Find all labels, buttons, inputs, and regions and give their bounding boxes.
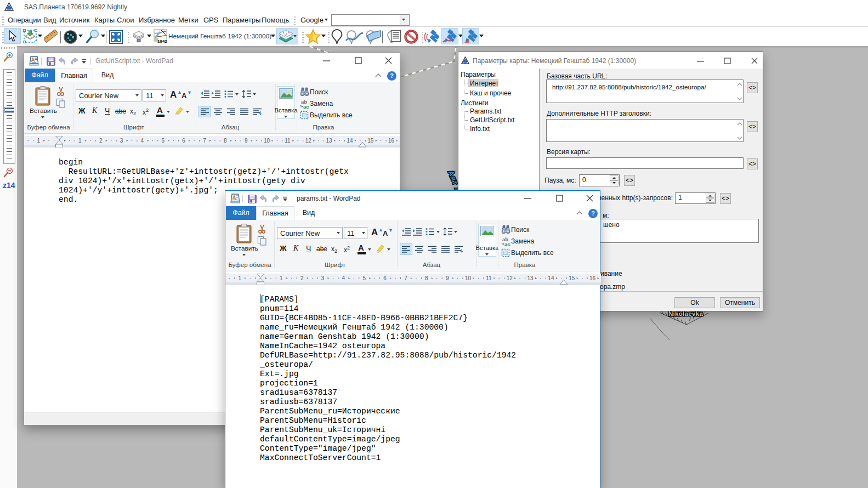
svg-text:4: 4 bbox=[342, 275, 345, 281]
svg-text:16: 16 bbox=[589, 275, 596, 281]
svg-text:3: 3 bbox=[120, 138, 123, 144]
svg-text:2: 2 bbox=[300, 275, 304, 281]
svg-text:14: 14 bbox=[347, 138, 353, 144]
svg-text:12: 12 bbox=[507, 275, 513, 281]
svg-text:ac: ac bbox=[303, 104, 309, 109]
svg-text:6: 6 bbox=[383, 275, 387, 281]
svg-text:8: 8 bbox=[425, 275, 428, 281]
svg-text:13: 13 bbox=[326, 138, 333, 144]
svg-text:6: 6 bbox=[182, 138, 185, 144]
svg-text:4: 4 bbox=[141, 138, 144, 144]
svg-text:15: 15 bbox=[569, 275, 575, 281]
svg-text:9: 9 bbox=[245, 138, 248, 144]
svg-text:5: 5 bbox=[162, 138, 165, 144]
svg-text:1: 1 bbox=[37, 138, 40, 144]
svg-text:12: 12 bbox=[305, 138, 312, 144]
svg-text:11: 11 bbox=[285, 138, 291, 144]
svg-text:1: 1 bbox=[280, 275, 283, 281]
svg-text:14: 14 bbox=[548, 275, 554, 281]
svg-text:3: 3 bbox=[321, 275, 325, 281]
svg-text:16: 16 bbox=[388, 138, 395, 144]
svg-text:7: 7 bbox=[404, 275, 407, 281]
svg-text:13: 13 bbox=[527, 275, 534, 281]
svg-text:11: 11 bbox=[486, 275, 492, 281]
svg-text:1942: 1942 bbox=[157, 39, 167, 43]
svg-text:9: 9 bbox=[446, 275, 449, 281]
svg-text:7: 7 bbox=[203, 138, 206, 144]
svg-text:1: 1 bbox=[78, 138, 82, 144]
svg-text:5: 5 bbox=[363, 275, 366, 281]
svg-text:15: 15 bbox=[367, 138, 374, 144]
svg-text:1: 1 bbox=[238, 275, 241, 281]
svg-text:10: 10 bbox=[465, 275, 472, 281]
svg-text:8: 8 bbox=[224, 138, 227, 144]
svg-text:10: 10 bbox=[264, 138, 270, 144]
svg-text:2: 2 bbox=[99, 138, 103, 144]
svg-text:ac: ac bbox=[504, 241, 510, 247]
